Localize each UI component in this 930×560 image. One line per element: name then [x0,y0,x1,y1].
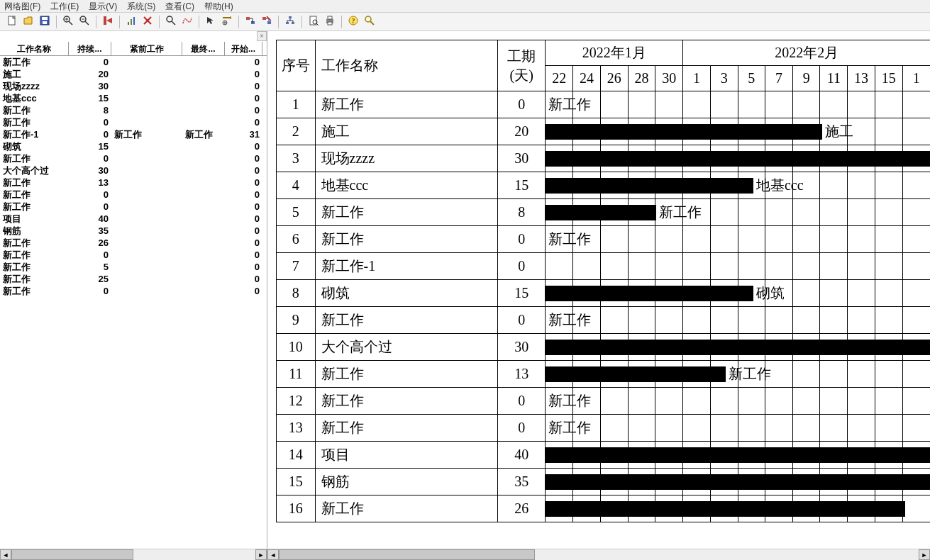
gantt-bar-label: 新工作 [729,365,771,382]
settings-button[interactable] [219,14,235,30]
svg-rect-36 [328,22,332,25]
table-row[interactable]: 地基ccc150 [0,92,267,104]
table-row[interactable]: 现场zzzz300 [0,80,267,92]
arrow-tool-button[interactable] [203,14,218,30]
gantt-cell [875,307,902,334]
left-h-scrollbar[interactable]: ◄ ► [0,549,267,560]
table-row[interactable]: 新工作00 [0,249,267,261]
gantt-bar[interactable] [546,366,726,382]
open-button[interactable] [21,14,36,30]
link-remove-button[interactable] [259,14,275,30]
scroll-track[interactable] [279,549,919,560]
delete-icon [142,15,153,29]
zoom-in-button[interactable] [60,14,76,30]
table-row[interactable]: 大个高个过300 [0,164,267,177]
scroll-left-button[interactable]: ◄ [0,549,11,560]
scroll-left-button[interactable]: ◄ [267,549,279,560]
table-row[interactable]: 新工作50 [0,261,267,273]
col-header-3[interactable]: 最终... [182,42,225,55]
gantt-cell [683,388,711,415]
gantt-bar[interactable] [546,151,930,167]
gantt-row[interactable]: 6新工作0新工作 [277,226,931,253]
gantt-row[interactable]: 16新工作26 [277,495,931,522]
search-button[interactable] [163,14,179,30]
table-row[interactable]: 新工作80 [0,104,267,116]
gantt-bar[interactable] [546,340,930,355]
gantt-row[interactable]: 3现场zzzz30 [277,145,931,172]
table-row[interactable]: 新工作00 [0,116,267,128]
gantt-row[interactable]: 10大个高个过30 [277,334,931,361]
gantt-row[interactable]: 1新工作0新工作 [277,91,931,118]
gantt-row[interactable]: 2施工20施工 [277,118,931,145]
gantt-row[interactable]: 7新工作-10 [277,253,931,280]
col-header-1[interactable]: 持续... [69,42,111,55]
table-row[interactable]: 钢筋350 [0,225,267,237]
table-row[interactable]: 项目400 [0,213,267,225]
table-row[interactable]: 新工作260 [0,237,267,249]
svg-rect-26 [267,21,271,24]
preview-button[interactable] [306,14,321,30]
scroll-right-button[interactable]: ► [255,549,267,560]
table-row[interactable]: 新工作130 [0,177,267,189]
gantt-cell [683,226,711,253]
table-row[interactable]: 新工作00 [0,285,267,297]
gantt-row[interactable]: 11新工作13新工作 [277,361,931,388]
menu-work[interactable]: 工作(E) [50,0,79,12]
table-row[interactable]: 新工作00 [0,189,267,201]
help-button[interactable]: ? [345,14,361,30]
goto-button[interactable] [100,14,116,30]
close-pane-button[interactable]: × [257,31,267,41]
table-row[interactable]: 新工作00 [0,56,267,68]
right-h-scrollbar[interactable]: ◄ ► [267,549,930,560]
menu-network[interactable]: 网络图(F) [4,0,40,12]
table-row[interactable]: 新工作00 [0,201,267,213]
table-row[interactable]: 新工作-10新工作新工作31 [0,128,267,140]
gantt-bar[interactable] [546,474,930,490]
gantt-row[interactable]: 15钢筋35 [277,469,931,495]
gantt-row[interactable]: 9新工作0新工作 [277,307,931,334]
col-name-header[interactable]: 工作名称 [315,40,497,91]
gantt-row[interactable]: 14项目40 [277,442,931,469]
col-header-4[interactable]: 开始... [225,42,262,55]
menu-bar: 网络图(F) 工作(E) 显示(V) 系统(S) 查看(C) 帮助(H) [0,0,930,13]
menu-view[interactable]: 显示(V) [89,0,117,12]
gantt-row[interactable]: 12新工作0新工作 [277,388,931,415]
cell [111,249,182,261]
menu-check[interactable]: 查看(C) [165,0,194,12]
gantt-row[interactable]: 8砌筑15砌筑 [277,280,931,307]
new-button[interactable] [4,14,20,30]
org-button[interactable] [282,14,298,30]
col-header-0[interactable]: 工作名称 [0,42,69,55]
table-row[interactable]: 新工作00 [0,152,267,164]
gantt-bar[interactable] [546,286,753,301]
gantt-cell [683,307,711,334]
scroll-thumb[interactable] [11,549,133,560]
gantt-bar[interactable] [546,124,822,140]
gantt-bar[interactable] [546,178,753,194]
table-row[interactable]: 新工作250 [0,273,267,285]
path-button[interactable] [179,14,195,30]
gantt-row[interactable]: 13新工作0新工作 [277,415,931,442]
delete-button[interactable] [140,14,155,30]
save-button[interactable] [37,14,52,30]
menu-help[interactable]: 帮助(H) [204,0,233,12]
bars-button[interactable] [123,14,139,30]
find-button[interactable] [362,14,377,30]
table-row[interactable]: 施工200 [0,68,267,80]
scroll-track[interactable] [11,549,255,560]
table-row[interactable]: 砌筑150 [0,140,267,152]
link-add-button[interactable] [243,14,258,30]
gantt-row[interactable]: 5新工作8新工作 [277,199,931,226]
gantt-bar[interactable] [546,205,656,220]
col-seq-header[interactable]: 序号 [277,40,316,91]
print-button[interactable] [322,14,338,30]
scroll-right-button[interactable]: ► [919,549,930,560]
zoom-out-button[interactable] [77,14,92,30]
col-dur-header[interactable]: 工期(天) [497,40,546,91]
gantt-bar[interactable] [546,501,905,517]
menu-system[interactable]: 系统(S) [127,0,155,12]
col-header-2[interactable]: 紧前工作 [111,42,182,55]
gantt-bar[interactable] [546,447,930,463]
scroll-thumb[interactable] [279,549,535,560]
gantt-row[interactable]: 4地基ccc15地基ccc [277,172,931,199]
